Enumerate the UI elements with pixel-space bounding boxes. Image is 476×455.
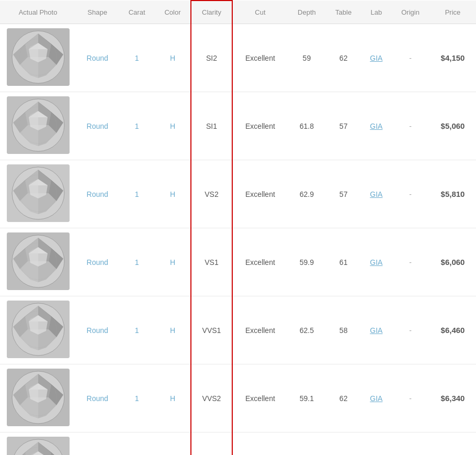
cell-depth: 62.9 [288, 160, 326, 228]
cell-color: H [155, 160, 191, 228]
header-carat: Carat [119, 1, 155, 24]
cell-cut: Excellent [232, 364, 288, 432]
cell-color: H [155, 92, 191, 160]
cell-photo [0, 364, 76, 432]
diamond-image [7, 301, 70, 358]
cell-depth: 59.9 [288, 228, 326, 296]
cell-table: 60 [326, 432, 361, 456]
gia-link[interactable]: GIA [370, 54, 382, 62]
cell-shape: Round [76, 296, 119, 364]
cell-depth: 61.8 [288, 92, 326, 160]
cell-depth: 62.5 [288, 296, 326, 364]
cell-cut: Excellent [232, 92, 288, 160]
cell-shape: Round [76, 92, 119, 160]
cell-table: 62 [326, 364, 361, 432]
gia-link[interactable]: GIA [370, 258, 382, 267]
cell-price: $6,340 [429, 364, 476, 432]
diamond-image [7, 28, 70, 86]
cell-photo [0, 228, 76, 296]
cell-carat: 1 [119, 432, 155, 456]
table-row: Round 1 H SI2 Excellent 59 62 GIA - $4,1… [0, 24, 476, 92]
diamond-image [7, 232, 70, 290]
cell-lab[interactable]: GIA [361, 92, 391, 160]
cell-clarity: SI2 [191, 24, 232, 92]
cell-table: 62 [326, 24, 361, 92]
cell-clarity: VS1 [191, 228, 232, 296]
cell-carat: 1 [119, 160, 155, 228]
gia-link[interactable]: GIA [370, 326, 382, 335]
cell-shape: Round [76, 160, 119, 228]
cell-origin: - [391, 160, 429, 228]
cell-cut: Excellent [232, 296, 288, 364]
cell-photo [0, 432, 76, 456]
cell-carat: 1 [119, 228, 155, 296]
cell-depth: 59 [288, 24, 326, 92]
cell-price: $6,060 [429, 228, 476, 296]
cell-table: 57 [326, 92, 361, 160]
cell-photo [0, 24, 76, 92]
header-color: Color [155, 1, 191, 24]
table-row: Round 1 H IF Excellent 62.2 60 GIA - $6,… [0, 432, 476, 456]
diamond-image [7, 96, 70, 154]
header-table: Table [326, 1, 361, 24]
cell-lab[interactable]: GIA [361, 228, 391, 296]
cell-lab[interactable]: GIA [361, 160, 391, 228]
header-shape: Shape [76, 1, 119, 24]
cell-price: $6,940 [429, 432, 476, 456]
cell-lab[interactable]: GIA [361, 432, 391, 456]
cell-carat: 1 [119, 92, 155, 160]
header-origin: Origin [391, 1, 429, 24]
gia-link[interactable]: GIA [370, 190, 382, 198]
cell-clarity: VS2 [191, 160, 232, 228]
header-cut: Cut [232, 1, 288, 24]
cell-origin: - [391, 24, 429, 92]
cell-carat: 1 [119, 24, 155, 92]
diamond-table: Actual Photo Shape Carat Color Clarity C… [0, 0, 476, 455]
cell-lab[interactable]: GIA [361, 364, 391, 432]
cell-cut: Excellent [232, 160, 288, 228]
cell-shape: Round [76, 364, 119, 432]
cell-cut: Excellent [232, 24, 288, 92]
cell-cut: Excellent [232, 432, 288, 456]
cell-lab[interactable]: GIA [361, 296, 391, 364]
cell-depth: 59.1 [288, 364, 326, 432]
cell-origin: - [391, 228, 429, 296]
header-lab: Lab [361, 1, 391, 24]
cell-price: $5,810 [429, 160, 476, 228]
cell-photo [0, 92, 76, 160]
diamond-image [7, 369, 70, 426]
diamond-table-wrapper: Actual Photo Shape Carat Color Clarity C… [0, 0, 476, 455]
cell-price: $6,460 [429, 296, 476, 364]
cell-clarity: VVS2 [191, 364, 232, 432]
header-price: Price [429, 1, 476, 24]
cell-price: $5,060 [429, 92, 476, 160]
table-row: Round 1 H SI1 Excellent 61.8 57 GIA - $5… [0, 92, 476, 160]
cell-color: H [155, 296, 191, 364]
header-photo: Actual Photo [0, 1, 76, 24]
cell-origin: - [391, 432, 429, 456]
cell-clarity: SI1 [191, 92, 232, 160]
cell-color: H [155, 24, 191, 92]
cell-color: H [155, 432, 191, 456]
diamond-image [7, 164, 70, 222]
cell-table: 58 [326, 296, 361, 364]
cell-color: H [155, 228, 191, 296]
cell-photo [0, 160, 76, 228]
cell-cut: Excellent [232, 228, 288, 296]
cell-lab[interactable]: GIA [361, 24, 391, 92]
cell-carat: 1 [119, 364, 155, 432]
table-row: Round 1 H VS2 Excellent 62.9 57 GIA - $5… [0, 160, 476, 228]
cell-origin: - [391, 364, 429, 432]
cell-depth: 62.2 [288, 432, 326, 456]
cell-table: 57 [326, 160, 361, 228]
table-row: Round 1 H VVS2 Excellent 59.1 62 GIA - $… [0, 364, 476, 432]
cell-shape: Round [76, 432, 119, 456]
cell-color: H [155, 364, 191, 432]
header-depth: Depth [288, 1, 326, 24]
gia-link[interactable]: GIA [370, 122, 382, 130]
cell-origin: - [391, 296, 429, 364]
cell-price: $4,150 [429, 24, 476, 92]
gia-link[interactable]: GIA [370, 394, 382, 403]
cell-clarity: VVS1 [191, 296, 232, 364]
cell-photo [0, 296, 76, 364]
